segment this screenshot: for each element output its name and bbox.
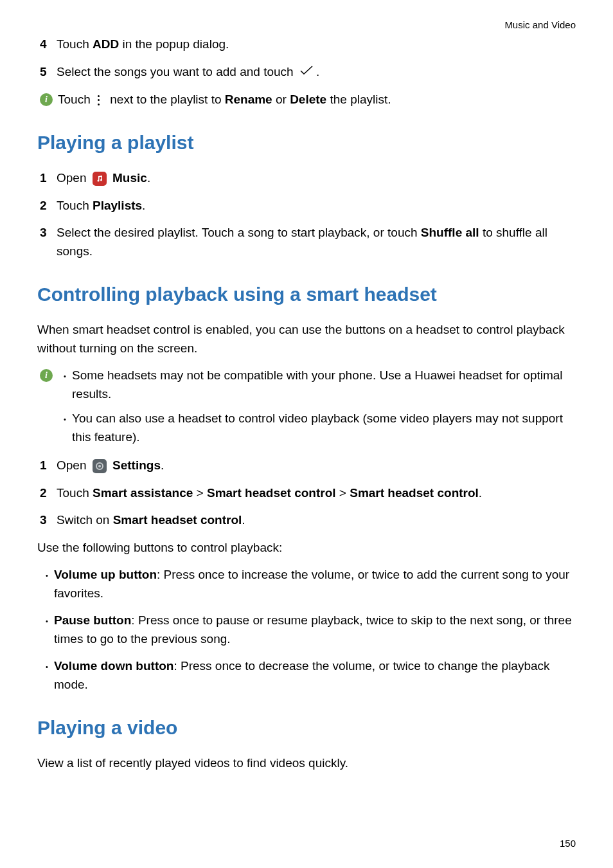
intro-playing-video: View a list of recently played videos to…	[37, 754, 576, 773]
bullet-icon	[40, 566, 54, 584]
tip-rename-delete: i Touch next to the playlist to Rename o…	[37, 91, 576, 109]
step-5: 5 Select the songs you want to add and t…	[37, 63, 576, 82]
heading-playing-video: Playing a video	[37, 717, 576, 739]
step-text: Select the songs you want to add and tou…	[57, 63, 576, 82]
heading-playing-playlist: Playing a playlist	[37, 132, 576, 154]
step-text: Switch on Smart headset control.	[57, 511, 576, 530]
headset-step-2: 2 Touch Smart assistance > Smart headset…	[37, 484, 576, 503]
step-4: 4 Touch ADD in the popup dialog.	[37, 35, 576, 54]
heading-smart-headset: Controlling playback using a smart heads…	[37, 284, 576, 305]
checkmark-icon	[299, 63, 314, 82]
step-text: Touch ADD in the popup dialog.	[57, 35, 576, 54]
more-dots-icon	[98, 95, 100, 105]
step-text: Touch Smart assistance > Smart headset c…	[57, 484, 576, 503]
step-number: 4	[40, 35, 57, 54]
use-buttons-text: Use the following buttons to control pla…	[37, 539, 576, 557]
bullet-text: You can also use a headset to control vi…	[72, 410, 576, 446]
step-number: 2	[40, 197, 57, 215]
tip-bullet-1: Some headsets may not be compatible with…	[58, 366, 576, 403]
bullet-text: Volume down button: Press once to decrea…	[54, 657, 576, 694]
bullet-text: Some headsets may not be compatible with…	[72, 366, 576, 403]
step-number: 1	[40, 169, 57, 188]
step-number: 3	[40, 511, 57, 530]
step-text: Select the desired playlist. Touch a son…	[57, 224, 576, 260]
step-text: Open Music.	[57, 169, 576, 188]
headset-step-1: 1 Open Settings.	[37, 457, 576, 475]
volume-down-bullet: Volume down button: Press once to decrea…	[37, 657, 576, 694]
step-text: Touch Playlists.	[57, 197, 576, 215]
info-icon: i	[40, 369, 53, 382]
intro-smart-headset: When smart headset control is enabled, y…	[37, 321, 576, 357]
pause-bullet: Pause button: Press once to pause or res…	[37, 611, 576, 648]
page-number: 150	[560, 838, 576, 849]
tip-text: Touch next to the playlist to Rename or …	[58, 91, 576, 109]
bullet-text: Pause button: Press once to pause or res…	[54, 611, 576, 648]
bullet-icon	[58, 410, 72, 428]
playlist-step-3: 3 Select the desired playlist. Touch a s…	[37, 224, 576, 260]
settings-app-icon	[93, 459, 107, 473]
step-number: 5	[40, 63, 57, 82]
step-number: 1	[40, 457, 57, 475]
step-number: 3	[40, 224, 57, 242]
bullet-icon	[58, 366, 72, 385]
playlist-step-1: 1 Open Music.	[37, 169, 576, 188]
step-number: 2	[40, 484, 57, 503]
volume-up-bullet: Volume up button: Press once to increase…	[37, 566, 576, 602]
tip-headset-compat: i Some headsets may not be compatible wi…	[37, 366, 576, 453]
page-header: Music and Video	[37, 19, 576, 30]
bullet-icon	[40, 611, 54, 630]
step-text: Open Settings.	[57, 457, 576, 475]
bullet-text: Volume up button: Press once to increase…	[54, 566, 576, 602]
bullet-icon	[40, 657, 54, 676]
playlist-step-2: 2 Touch Playlists.	[37, 197, 576, 215]
svg-point-1	[98, 465, 101, 467]
music-app-icon	[93, 172, 107, 186]
headset-step-3: 3 Switch on Smart headset control.	[37, 511, 576, 530]
info-icon: i	[40, 93, 53, 106]
tip-bullet-2: You can also use a headset to control vi…	[58, 410, 576, 446]
